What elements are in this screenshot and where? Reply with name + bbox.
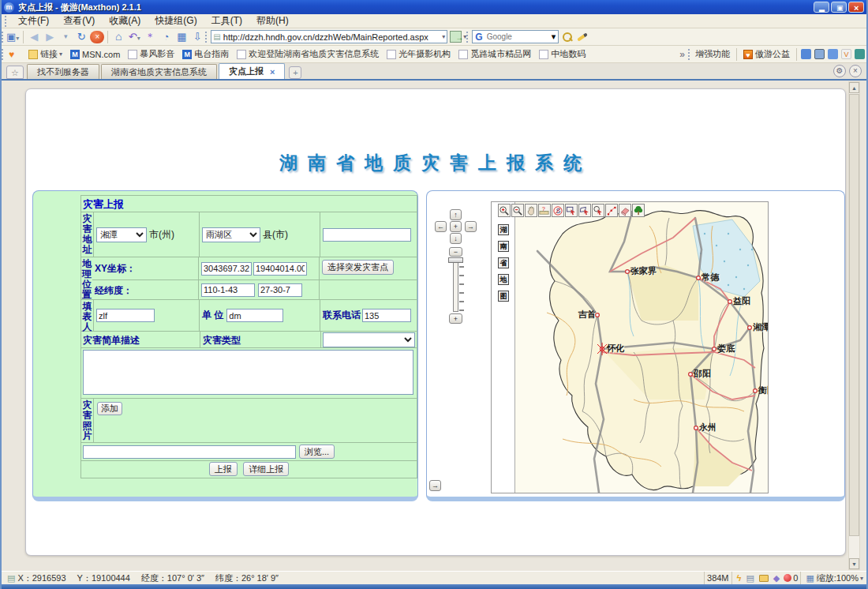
pan-up-button[interactable]: ↑ [450, 209, 462, 220]
plugin-icon[interactable] [855, 49, 865, 59]
tab-close-icon[interactable]: × [270, 67, 275, 77]
tab-list-star-button[interactable]: ☆ [6, 66, 24, 79]
notes-diamond-icon[interactable]: ◆ [773, 573, 780, 583]
clear-s-tool[interactable]: S [552, 204, 564, 217]
restore-button[interactable]: ▣ [831, 2, 847, 13]
map-canvas[interactable]: 湖 南 省 地 图 ? S [491, 201, 769, 493]
search-button-icon[interactable] [561, 31, 574, 43]
search-engine-dropdown-icon[interactable]: ▾ [552, 32, 556, 42]
submit-report-button[interactable]: 上报 [209, 462, 238, 476]
tab-hunan-geo-system[interactable]: 湖南省地质灾害信息系统 [101, 64, 217, 79]
phone-input[interactable] [362, 309, 411, 322]
blocked-popup-icon[interactable] [784, 574, 791, 582]
menu-file[interactable]: 文件(F) [11, 13, 56, 28]
menu-groups[interactable]: 快捷组(G) [148, 13, 204, 28]
rect-select-tool[interactable] [565, 204, 578, 217]
resize-window-icon[interactable]: ▦ [806, 573, 814, 583]
address-input[interactable] [223, 32, 443, 42]
bookmark-milu[interactable]: 觅路城市精品网 [455, 47, 535, 61]
highlight-icon[interactable] [577, 32, 588, 41]
page-scrollbar[interactable]: ▲ ▼ [848, 81, 860, 570]
y-coordinate-input[interactable] [253, 262, 307, 276]
undo-button[interactable]: ↶▾ [127, 30, 141, 44]
zoom-in-tool[interactable] [498, 204, 511, 217]
full-extent-tool[interactable] [632, 204, 645, 217]
disaster-description-textarea[interactable] [83, 350, 413, 395]
layer-box[interactable]: 图 [498, 291, 509, 302]
city-select[interactable]: 湘潭 [96, 227, 147, 242]
window-icon[interactable] [814, 49, 825, 59]
address-dropdown-icon[interactable]: ▾ [442, 33, 445, 40]
bookmark-msn[interactable]: MMSN.com [66, 49, 124, 60]
zoom-slider-track[interactable] [453, 258, 458, 312]
enhance-button[interactable]: 增强功能 [691, 47, 734, 61]
layer-box[interactable]: 省 [498, 257, 509, 268]
history-button[interactable]: ◔ [159, 30, 173, 44]
pan-down-button[interactable]: ↓ [450, 233, 462, 244]
refresh-button[interactable]: ↻ [74, 30, 88, 44]
tab-disaster-report[interactable]: 灾点上报× [219, 63, 285, 79]
x-coordinate-input[interactable] [201, 262, 252, 276]
reporter-name-input[interactable] [96, 309, 155, 322]
search-input[interactable] [485, 32, 552, 42]
bookmark-baofeng[interactable]: 暴风影音 [124, 47, 178, 61]
printer-icon[interactable]: ▤ [746, 573, 754, 583]
scroll-down-button[interactable]: ▼ [849, 558, 859, 569]
eraser-tool[interactable] [619, 204, 631, 217]
zoom-dropdown-icon[interactable]: ▾ [860, 575, 863, 582]
go-button[interactable]: → [450, 31, 462, 43]
county-select[interactable]: 雨湖区 [202, 227, 260, 242]
new-page-button[interactable]: ▣▾ [6, 30, 20, 44]
pan-center-button[interactable]: + [450, 221, 462, 232]
bookmark-zhongdi[interactable]: 中地数码 [535, 47, 589, 61]
longitude-input[interactable] [201, 283, 255, 297]
draw-point-tool[interactable] [605, 204, 618, 217]
stop-button[interactable]: × [90, 31, 104, 43]
addressbar-grip[interactable] [205, 32, 208, 43]
zoom-in-step-button[interactable]: + [449, 313, 462, 324]
notes-icon[interactable] [828, 49, 838, 59]
add-photo-button[interactable]: 添加 [97, 402, 122, 415]
layer-box[interactable]: 南 [498, 241, 509, 252]
measure-tool[interactable]: ? [538, 204, 551, 217]
zoom-out-step-button[interactable]: − [449, 247, 462, 257]
bookmark-hunan-geo[interactable]: 欢迎登陆湖南省地质灾害信息系统 [233, 47, 383, 61]
layer-box[interactable]: 湖 [498, 224, 509, 235]
folder-icon[interactable] [759, 575, 769, 582]
menu-tools[interactable]: 工具(T) [204, 13, 249, 28]
zoom-out-tool[interactable] [511, 204, 524, 217]
circle-select-tool[interactable] [592, 204, 604, 217]
pan-left-button[interactable]: ← [435, 221, 447, 232]
user-icon[interactable] [801, 49, 811, 59]
favorites-heart-button[interactable]: ♥ [5, 49, 24, 60]
pan-right-button[interactable]: → [465, 221, 477, 232]
link-window-button[interactable]: ▦ [174, 30, 189, 44]
zoom-slider-thumb[interactable] [448, 257, 463, 263]
links-folder[interactable]: 链接▾ [24, 47, 66, 61]
tab-server-not-found[interactable]: 找不到服务器 [27, 64, 99, 79]
polygon-select-tool[interactable] [578, 204, 591, 217]
boost-lightning-icon[interactable]: ϟ [737, 573, 742, 583]
browse-button[interactable]: 浏览... [299, 445, 335, 459]
scroll-up-button[interactable]: ▲ [849, 82, 859, 93]
pick-disaster-point-button[interactable]: 选择突发灾害点 [322, 260, 394, 275]
charity-button[interactable]: ♥傲游公益 [739, 47, 794, 61]
home-button[interactable]: ⌂ [111, 30, 125, 44]
photo-file-input[interactable] [83, 445, 296, 459]
bookmark-photo[interactable]: 光年摄影机构 [383, 47, 455, 61]
latitude-input[interactable] [258, 283, 302, 297]
layer-box[interactable]: 地 [498, 274, 509, 285]
back-button[interactable]: ◀ [27, 30, 41, 44]
expand-panel-button[interactable]: → [429, 480, 441, 491]
zoom-level[interactable]: 缩放:100% [817, 572, 859, 584]
magic-fill-button[interactable]: ＊ [143, 30, 157, 44]
toolbar-grip[interactable] [2, 32, 5, 43]
history-dropdown-button[interactable]: ▾ [58, 30, 73, 44]
tools-wrench-button[interactable]: ⚙ [833, 65, 846, 77]
pan-tool[interactable] [525, 204, 537, 217]
address-detail-input[interactable] [323, 228, 411, 242]
download-button[interactable]: ⇩ [190, 30, 204, 44]
minimize-button[interactable]: ▂ [814, 2, 829, 13]
menu-view[interactable]: 查看(V) [56, 13, 102, 28]
unit-input[interactable] [226, 309, 283, 322]
